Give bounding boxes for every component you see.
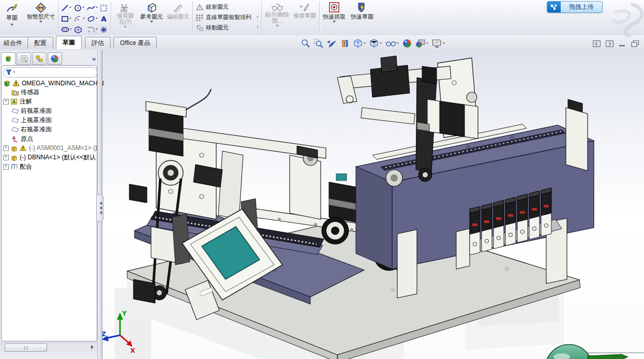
annotations-icon: A xyxy=(10,98,18,106)
configuration-manager-tab[interactable] xyxy=(32,52,47,65)
tree-item-label: 配合 xyxy=(20,162,32,171)
configuration-manager-icon xyxy=(35,55,44,63)
tree-item-label: 右视基准面 xyxy=(21,125,52,134)
panel-tab-bar: » xyxy=(0,52,97,65)
property-manager-tab[interactable] xyxy=(17,52,31,65)
tree-item-label: 上视基准面 xyxy=(21,116,52,125)
solidworks-window: 草圖 智慧型尺寸 A xyxy=(0,0,644,359)
expand-toggle[interactable]: + xyxy=(3,145,9,151)
plane-icon xyxy=(11,117,19,124)
sensors-icon xyxy=(11,89,19,96)
tree-filter-bar[interactable] xyxy=(3,67,97,78)
tree-row-dbnna[interactable]: + (-) DBNNA<1> (默认<<默认 xyxy=(3,153,96,162)
subassembly-icon xyxy=(10,145,18,152)
svg-text:A: A xyxy=(12,99,16,104)
triad-y-label: Y xyxy=(122,310,127,317)
tree-row-annotations[interactable]: + A 注解 xyxy=(3,97,32,106)
collapse-arrow-icon xyxy=(98,206,102,210)
property-manager-icon xyxy=(20,55,28,63)
subassembly-icon xyxy=(10,154,18,161)
plane-icon xyxy=(11,126,19,133)
feature-manager-icon xyxy=(4,55,13,63)
tree-item-label: 原点 xyxy=(21,134,33,143)
collapse-arrow-icon xyxy=(98,202,102,205)
tree-item-label: 前视基准面 xyxy=(21,107,52,115)
panel-more-chevron[interactable]: » xyxy=(92,55,96,63)
collapse-arrow-icon xyxy=(98,211,102,214)
tree-row-origin[interactable]: 原点 xyxy=(11,134,33,143)
expand-toggle[interactable]: + xyxy=(3,164,9,170)
origin-icon xyxy=(11,136,19,143)
mates-icon xyxy=(10,163,18,171)
expand-toggle[interactable]: + xyxy=(3,99,9,104)
feature-manager-tab[interactable] xyxy=(1,52,16,65)
tree-row-sensors[interactable]: 传感器 xyxy=(11,88,39,97)
tree-row-asm0001[interactable]: + (-) ASM0001_ASM<1> (默 xyxy=(3,144,101,153)
tab-sketch[interactable]: 草圖 xyxy=(56,36,82,49)
tab-sketch-label: 草圖 xyxy=(63,38,75,47)
tree-item-label: 注解 xyxy=(20,97,32,106)
floating-widget[interactable] xyxy=(545,345,644,359)
tree-item-label: 传感器 xyxy=(21,88,39,97)
scrollbar-right-arrow[interactable] xyxy=(91,345,96,349)
assembly-icon xyxy=(3,80,11,87)
display-manager-tab[interactable] xyxy=(48,52,62,65)
tree-row-front-plane[interactable]: 前视基准面 xyxy=(11,107,52,115)
expand-toggle[interactable]: + xyxy=(3,155,9,160)
triad-x-label: X xyxy=(130,347,136,354)
warning-icon xyxy=(12,80,20,87)
warning-icon xyxy=(20,145,27,152)
tree-row-root[interactable]: OMEGA_WINDING_MACHIN xyxy=(3,79,104,87)
tree-row-mates[interactable]: + 配合 xyxy=(3,162,32,171)
tree-item-label: OMEGA_WINDING_MACHIN xyxy=(22,80,104,87)
scrollbar-thumb[interactable] xyxy=(5,343,47,352)
tree-row-right-plane[interactable]: 右视基准面 xyxy=(11,125,52,134)
plane-icon xyxy=(11,108,19,115)
tree-item-label: (-) ASM0001_ASM<1> (默 xyxy=(29,144,101,153)
tree-item-label: (-) DBNNA<1> (默认<<默认 xyxy=(20,153,96,162)
panel-collapse-handle[interactable] xyxy=(96,194,103,222)
filter-funnel-icon xyxy=(6,69,12,76)
filter-dropdown-arrow[interactable] xyxy=(13,71,15,74)
tree-row-top-plane[interactable]: 上视基准面 xyxy=(11,116,52,125)
display-manager-icon xyxy=(51,55,59,63)
